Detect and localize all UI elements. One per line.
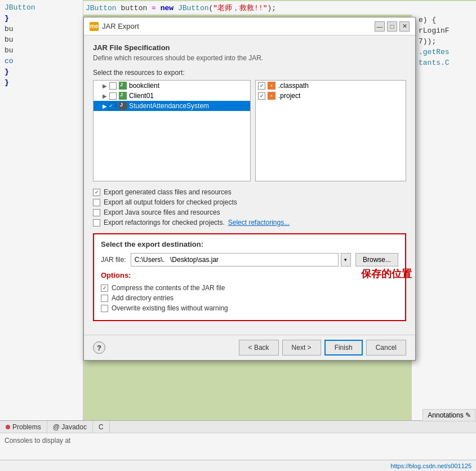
expand-arrow-student: ▶ [103,103,108,109]
classpath-label: .classpath [278,82,309,90]
option-row-0: Export generated class files and resourc… [93,188,406,196]
expand-arrow-client: ▶ [103,93,108,99]
directory-option-row: Add directory entries [101,294,398,302]
option-checkbox-2[interactable] [93,209,100,216]
footer-left: ? [93,341,105,354]
classpath-item[interactable]: x .classpath [256,81,406,91]
bookclient-checkbox[interactable] [109,82,117,90]
classpath-checkbox[interactable] [258,82,265,90]
export-options-section: Export generated class files and resourc… [93,188,406,226]
tab-problems-label: Problems [12,423,41,431]
next-button[interactable]: Next > [282,340,321,356]
project-file-icon: x [268,92,275,100]
status-bar: https://blog.csdn.net/s001125 [0,460,476,471]
close-button[interactable]: ✕ [399,21,410,32]
dialog-titlebar: me JAR Export — □ ✕ [84,17,415,35]
jar-input-container: ▾ [131,253,351,266]
jar-dropdown-button[interactable]: ▾ [341,253,351,266]
back-button[interactable]: < Back [239,340,279,356]
cancel-button[interactable]: Cancel [366,340,406,356]
resource-panels: ▶ bookclient ▶ Client01 ▶ ✓ [93,80,406,181]
resources-label: Select the resources to export: [93,69,406,77]
export-destination-container: Select the export destination: JAR file:… [93,233,406,321]
option-row-2: Export Java source files and resources [93,208,406,216]
dialog-content: JAR File Specification Define which reso… [84,35,415,335]
tab-javadoc[interactable]: @ Javadoc [47,421,93,433]
option-checkbox-1[interactable] [93,199,100,206]
overwrite-label: Overwrite existing files without warning [112,304,228,312]
student-project-icon [119,102,127,110]
problems-dot [6,425,10,429]
classpath-file-icon: x [268,82,275,90]
student-label: StudentAttendanceSystem [129,102,209,110]
bottom-tabs: Problems @ Javadoc C [0,421,476,433]
tree-item-bookclient[interactable]: ▶ bookclient [94,81,250,91]
directory-checkbox[interactable] [101,295,108,302]
annotations-tab-label: Annotations ✎ [428,411,471,419]
jar-file-input[interactable] [131,253,339,266]
bookclient-label: bookclient [129,82,159,90]
option-row-3: Export refactorings for checked projects… [93,219,406,226]
tree-item-client01[interactable]: ▶ Client01 [94,91,250,101]
client01-label: Client01 [129,92,154,100]
option-label-0: Export generated class files and resourc… [104,188,232,196]
minimize-button[interactable]: — [375,21,385,32]
jar-export-dialog: me JAR Export — □ ✕ JAR File Specificati… [83,17,416,361]
bookclient-project-icon [119,82,127,90]
maximize-button[interactable]: □ [387,21,397,32]
tree-item-student[interactable]: ▶ ✓ StudentAttendanceSystem [94,101,250,111]
tab-c[interactable]: C [93,421,110,433]
browse-button[interactable]: Browse... [355,253,398,266]
project-checkbox[interactable] [258,92,265,100]
bottom-content-text: Consoles to display at [5,437,70,445]
jar-file-label: JAR file: [101,256,126,264]
dialog-window-controls: — □ ✕ [375,21,410,32]
option-label-3: Export refactorings for checked projects… [104,219,225,226]
student-checkbox[interactable]: ✓ [109,103,117,110]
compress-option-row: Compress the contents of the JAR file [101,284,398,292]
finish-button[interactable]: Finish [324,340,363,356]
option-label-2: Export Java source files and resources [104,208,220,216]
project-tree-panel[interactable]: ▶ bookclient ▶ Client01 ▶ ✓ [93,80,251,181]
maximize-icon: □ [390,23,394,30]
client01-project-icon [119,92,127,100]
options-checkboxes: Compress the contents of the JAR file Ad… [101,284,398,312]
bottom-content: Consoles to display at [0,433,476,448]
status-url: https://blog.csdn.net/s001125 [390,463,471,469]
section-title: JAR File Specification [93,43,406,52]
minimize-icon: — [377,23,383,30]
help-button[interactable]: ? [93,341,105,354]
export-destination-title: Select the export destination: [101,240,398,248]
tab-javadoc-label: @ Javadoc [53,423,87,431]
annotations-tab[interactable]: Annotations ✎ [422,409,476,421]
compress-label: Compress the contents of the JAR file [112,284,225,292]
dialog-footer: ? < Back Next > Finish Cancel [84,335,415,360]
overwrite-option-row: Overwrite existing files without warning [101,304,398,312]
tab-c-label: C [99,423,104,431]
footer-buttons: < Back Next > Finish Cancel [239,340,406,356]
dialog-title-text: JAR Export [102,22,139,30]
files-panel[interactable]: x .classpath x .project [255,80,406,181]
dialog-app-icon: me [90,22,99,31]
tab-problems[interactable]: Problems [0,421,47,433]
expand-arrow: ▶ [103,83,108,89]
export-destination-box: Select the export destination: JAR file:… [93,233,406,321]
options-label: Options: [101,271,398,279]
directory-label: Add directory entries [112,294,174,302]
section-desc: Define which resources should be exporte… [93,54,406,62]
option-checkbox-3[interactable] [93,219,100,226]
overwrite-checkbox[interactable] [101,305,108,312]
compress-checkbox[interactable] [101,285,108,292]
select-refactorings-link[interactable]: Select refactorings... [228,219,290,226]
client01-checkbox[interactable] [109,92,117,100]
project-item[interactable]: x .project [256,91,406,101]
dialog-icon-text: me [90,23,98,29]
jar-file-row: JAR file: ▾ Browse... [101,253,398,266]
option-label-1: Export all output folders for checked pr… [104,198,237,206]
option-checkbox-0[interactable] [93,189,100,196]
option-row-1: Export all output folders for checked pr… [93,198,406,206]
close-icon: ✕ [402,23,407,30]
dialog-title-left: me JAR Export [90,22,139,31]
project-label: .project [278,92,300,100]
